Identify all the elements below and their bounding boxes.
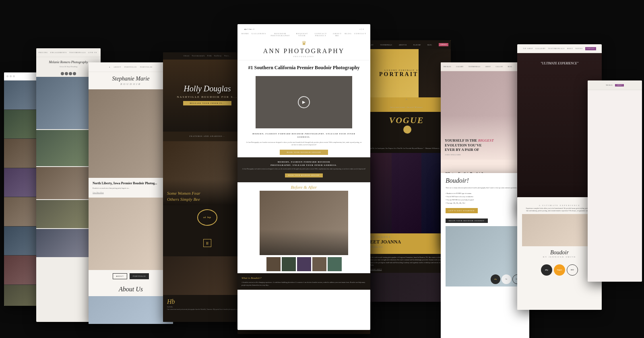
nav-gallery[interactable]: Gallery <box>214 55 222 57</box>
ann-page2: Before & After What is Boudoir? A boudoi… <box>237 182 370 290</box>
boudoir-body: There are so many misconceptions about b… <box>446 187 524 190</box>
nav-more[interactable]: Trav... <box>224 55 231 57</box>
top-icons: ◀ ▶ ⟳ ⊕ ■ ≡ ✦ <box>244 28 254 30</box>
nav-item[interactable]: ABOUT US <box>398 44 407 46</box>
stephanie-logo: Stephanie Marie BOUDOIR <box>89 72 173 89</box>
nav-testimonials[interactable]: TESTIMONIALS <box>548 47 565 49</box>
boudoir-dark-content: MEET JOANNA MEET JOANNA Award Winning Ar… <box>362 153 451 302</box>
nav-about[interactable]: ABOUT ME <box>332 33 342 37</box>
learn-more-link[interactable]: LEARN MORE ABOUT <box>365 268 448 270</box>
nav-contact-purple[interactable]: CONTACT <box>585 47 596 50</box>
play-button[interactable]: ▶ <box>298 96 310 108</box>
nashville-cta[interactable]: RELEASE YOUR INNER FI... <box>183 101 231 105</box>
ann-photography-title: ANN PHOTOGRAPHY <box>242 47 366 55</box>
scroll-arrow-up[interactable]: ^ <box>362 97 451 103</box>
aibp-text: ai bp <box>203 216 211 219</box>
ba-thumb-3[interactable] <box>297 257 311 271</box>
nav-item[interactable]: TESTIMONIALS <box>469 66 480 68</box>
joanna-scroll[interactable]: ^ <box>365 248 448 251</box>
jennifer-ultimate: A ULTIMATE EXPERIENCE <box>522 204 597 206</box>
icon-circle <box>65 72 68 75</box>
before-after-title: Before & After <box>237 182 370 191</box>
nav-contact2[interactable]: CONTACT <box>354 33 366 37</box>
nav-item[interactable]: CALL US! <box>495 66 503 68</box>
nav-tip-shop[interactable]: TIP SHOP <box>523 47 533 49</box>
nav-home[interactable]: HOME <box>242 33 249 37</box>
nav-item[interactable]: PLAN SEF <box>413 44 421 46</box>
ann-s2-body: At Ann Photography our boudoir sessions … <box>242 168 366 171</box>
list-item-3: • You can NEVER love your body, be quiet… <box>446 198 524 202</box>
lets-get-started-btn[interactable]: LET'S GET STARTED <box>446 208 478 213</box>
nl-link[interactable]: View More More <box>93 192 169 194</box>
about-button[interactable]: ABOUT <box>113 273 128 279</box>
nav-cta[interactable]: CONTACT <box>439 43 448 46</box>
ann-s2-cta[interactable]: BOOK YOUR BOUDOIR SESSION <box>285 173 322 177</box>
not-that-section: "Not That We Are Inadequate; Our Purpose… <box>362 145 451 152</box>
nav-meet[interactable]: MEET <box>567 47 573 49</box>
nav-item[interactable]: GALLERY <box>456 66 463 68</box>
pause-icon[interactable]: ⏸ <box>203 239 211 247</box>
nav-request[interactable]: REQUEST YOUR <box>295 33 310 37</box>
ba-thumb-2[interactable] <box>282 257 296 271</box>
about-script: About Us <box>89 282 173 296</box>
ann-hero-text: #1 Southern California Premier Boudoir P… <box>237 60 370 74</box>
nav-dot <box>13 75 15 77</box>
icon-circle <box>73 72 76 75</box>
collage: PRICING ENGAGEMENTS TESTIMONIALS LIVE US… <box>0 0 644 338</box>
ba-thumb-5[interactable] <box>328 257 342 271</box>
boudoir-text-content: Boudoir! There are so many misconception… <box>441 173 529 338</box>
boudoir-label: BOUDOIR <box>89 82 173 86</box>
award-text: International Award Winner <box>365 105 448 109</box>
nav-item[interactable]: THE BLOG <box>443 66 451 68</box>
jennifer-badge-row: aibp Fstappers SCU <box>522 264 597 276</box>
nav-text: THE BLOG <box>606 84 613 86</box>
ann-photography-card: ◀ ▶ ⟳ ⊕ ■ ≡ ✦ ≡ ⬡ ✕ HOME GALLERIES BOUDO… <box>237 24 370 330</box>
nav-blog[interactable]: BLOG <box>345 33 352 37</box>
nav-item[interactable]: TESTIMONIALS <box>380 44 392 46</box>
ann-dark-section: MODERN, FASHION FORWARD BOUDOIRPHOTOGRAP… <box>237 157 370 183</box>
boudoir-heading: Boudoir! <box>446 177 524 184</box>
ann-content: ◀ ▶ ⟳ ⊕ ■ ≡ ✦ ≡ ⬡ ✕ HOME GALLERIES BOUDO… <box>237 24 370 290</box>
nav-contact[interactable]: CONTACT PROJECT <box>312 33 330 37</box>
nav-item-portfolio2: PORTFOLIO <box>140 66 153 68</box>
nav-gallery[interactable]: GALLERY <box>535 47 545 49</box>
nav-boudoir[interactable]: BOUDOIR PHOTOGRAPHY <box>268 33 292 37</box>
scu-badge: SCU <box>567 264 578 276</box>
stephanie-content: ◂ ABOUT PORTFOLIO PORTFOLIO Stephanie Ma… <box>89 62 173 324</box>
award-section: International Award Winner <box>362 103 451 112</box>
boudoir-list: • Boudoir is for EVERY type of woman • Y… <box>446 192 524 205</box>
scroll-bar: › <box>362 137 451 145</box>
stephanie-photo-3 <box>89 296 173 324</box>
jennifer-by-text: BY JENNIFER SMITH <box>525 256 594 258</box>
nav-item[interactable]: ABOUT <box>485 66 491 68</box>
nav-about[interactable]: About <box>184 55 190 57</box>
portfolio-button[interactable]: PORTFOLIO <box>130 273 149 279</box>
ba-gradient <box>260 229 348 255</box>
jennifer-header: A ULTIMATE EXPERIENCE Experience complet… <box>522 201 597 214</box>
what-boudoir-section: What is Boudoir? A boudoir session is a … <box>237 273 370 290</box>
nav-notes[interactable]: NOTES <box>576 47 583 49</box>
aibp-logo: ai bp <box>197 209 217 226</box>
far-right-card: THE BLOG CONTACT <box>588 80 642 282</box>
nav-galleries[interactable]: GALLERIES <box>252 33 266 37</box>
stephanie-hero-image: › <box>89 89 173 178</box>
overlay-text: "ULTIMATE EXPERIENCE" <box>521 61 598 66</box>
nav-faq[interactable]: FAQ <box>207 55 212 57</box>
nav-item-portfolio[interactable]: PORTFOLIO <box>124 66 137 68</box>
ann-hero-heading: #1 Southern California Premier Boudoir P… <box>244 64 364 71</box>
ba-thumb-4[interactable] <box>312 257 326 271</box>
nav-item[interactable]: BLOG <box>508 66 512 68</box>
begin-journey-btn[interactable]: BEGIN YOUR BOUDOIR JOURNEY <box>446 218 488 223</box>
ba-thumb-1[interactable] <box>266 257 281 271</box>
ann-cta-button[interactable]: BOOK YOUR BOUDOIR SESSION <box>280 150 328 155</box>
nashville-subtitle: NASHVILLE BOUDOIR FOR S... <box>177 95 237 99</box>
pink-author: JAMA WILLIAMS <box>445 154 525 156</box>
features-text: FEATURES AND ANAROSO... <box>190 135 225 137</box>
nav-item-about[interactable]: ABOUT <box>114 66 121 68</box>
boudoir-dark-card: MEET JOANNA MEET JOANNA Award Winning Ar… <box>362 153 451 302</box>
ann-video-thumbnail[interactable]: ▶ <box>256 76 352 128</box>
ba-thumbs <box>237 255 370 273</box>
stephanie-nav: ◂ ABOUT PORTFOLIO PORTFOLIO <box>89 62 173 72</box>
nav-item[interactable]: BLOG <box>427 44 432 46</box>
nav-testimonials[interactable]: Testimonials <box>192 55 205 57</box>
